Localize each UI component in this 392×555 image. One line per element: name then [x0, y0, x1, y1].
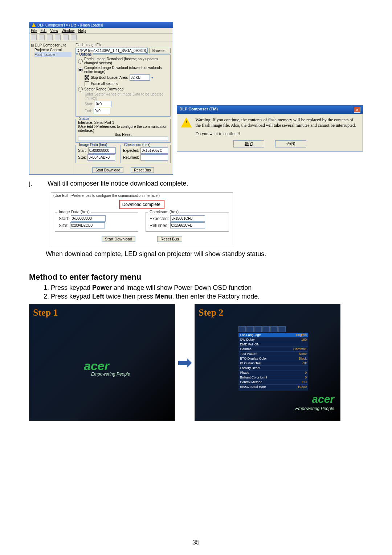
osd-row: Brilliant Color Limit0: [238, 375, 308, 380]
label-skip: Skip Boot Loader Area:: [91, 76, 128, 80]
factory-step-1: Press keypad Power and image will show P…: [51, 284, 363, 292]
complete-image-group: Image Data (hex) Start: Size:: [55, 212, 138, 232]
menu-bar: File Edit View Window Help: [29, 28, 173, 34]
factory-menu-osd: Fac LanguageEnglishCW Delay160DMD Full O…: [238, 326, 308, 390]
print-icon[interactable]: [55, 35, 61, 40]
help-icon[interactable]: [63, 35, 69, 40]
osd-row: Fac LanguageEnglish: [238, 333, 308, 337]
progress-bar: [78, 137, 168, 141]
step-j-after: When download complete, LED signal on pr…: [46, 250, 363, 258]
sector-hint: Enter Sector Range of Image Data to be u…: [85, 92, 168, 100]
complete-img-legend: Image Data (hex): [57, 210, 91, 214]
browse-button[interactable]: Browse...: [149, 48, 171, 53]
step2-brand: acer: [312, 393, 334, 405]
osd-row: Factory Reset: [238, 366, 308, 370]
tree-projector-control[interactable]: Projector Control: [34, 48, 72, 52]
menu-file[interactable]: File: [31, 29, 37, 33]
c-img-start: [71, 215, 106, 222]
osd-row: CW Delay160: [238, 337, 308, 342]
paste-icon[interactable]: [47, 35, 53, 40]
menu-help[interactable]: Help: [78, 29, 86, 33]
chk-exp-input: [140, 147, 168, 154]
radio-sector-range[interactable]: [78, 87, 83, 92]
complete-reset-bus-button[interactable]: Reset Bus: [157, 236, 182, 242]
start-download-button[interactable]: Start Download: [92, 167, 123, 173]
reset-bus-button[interactable]: Reset Bus: [131, 167, 154, 173]
step1-label: Step 1: [33, 307, 58, 318]
label-complete: Complete Image Download (slowest; downlo…: [84, 66, 168, 74]
radio-partial[interactable]: [78, 59, 83, 64]
whats-this-icon[interactable]: [71, 35, 77, 40]
dialog-msg1: Warning: If you continue, the contents o…: [195, 117, 359, 128]
options-group: Options Partial Image Download (fastest;…: [75, 54, 171, 117]
osd-row: GammaGamma1: [238, 347, 308, 352]
arrow-right-icon: ➡: [177, 352, 192, 373]
step1-brand: acer: [84, 359, 109, 373]
img-start-input: [88, 147, 116, 154]
copy-icon[interactable]: [39, 35, 45, 40]
sector-end-input: [94, 108, 110, 114]
checksum-legend: Checksum (hex): [123, 143, 152, 147]
menu-window[interactable]: Window: [62, 29, 75, 33]
warning-dialog: DLP Composer (TM) × Warning: If you cont…: [177, 105, 363, 151]
flash-loader-window: DLP Composer(TM) Lite - [Flash Loader] F…: [29, 22, 173, 175]
file-label: Flash Image File: [75, 43, 171, 47]
dropdown-icon[interactable]: ▾: [151, 76, 153, 80]
chk-erase-all[interactable]: [85, 81, 89, 86]
sector-start-input: [95, 101, 111, 107]
window-title: DLP Composer(TM) Lite - [Flash Loader]: [37, 23, 103, 27]
nav-tree: ⊟ DLP Composer Lite Projector Control Fl…: [29, 41, 73, 174]
yes-button[interactable]: 是(Y): [233, 140, 264, 147]
osd-row: ID Curtain TestOff: [238, 361, 308, 366]
c-img-size-l: Size:: [59, 223, 69, 228]
label-chk-ret: Returned:: [123, 155, 139, 159]
dialog-text: Warning: If you continue, the contents o…: [195, 117, 359, 137]
no-button[interactable]: 否(N): [275, 140, 306, 147]
osd-row: Test PatternNone: [238, 352, 308, 356]
menu-view[interactable]: View: [50, 29, 58, 33]
c-chk-ret-l: Returned:: [150, 223, 169, 228]
radio-complete[interactable]: [78, 68, 83, 72]
close-icon[interactable]: ×: [354, 107, 360, 113]
label-sector: Sector Range Download: [84, 87, 123, 91]
c-img-size: [70, 222, 105, 228]
label-partial: Partial Image Download (fastest; only up…: [84, 57, 168, 65]
tree-root[interactable]: ⊟ DLP Composer Lite: [31, 43, 72, 48]
app-icon: [32, 23, 36, 27]
status-phase: Bus Reset: [78, 133, 168, 137]
osd-tabs: [238, 326, 308, 332]
checksum-group: Checksum (hex) Expected: Returned:: [121, 145, 171, 163]
c-chk-exp-l: Expected:: [150, 216, 169, 221]
step-images-row: Step 1 acer Empowering People ➡ Step 2 F…: [29, 304, 363, 421]
step1-image: Step 1 acer Empowering People: [29, 304, 175, 421]
chk-skip-boot[interactable]: [85, 75, 89, 80]
form-panel: Flash Image File Browse... Options Parti…: [73, 41, 173, 174]
warning-icon: [181, 117, 192, 127]
label-img-start: Start:: [78, 149, 87, 153]
complete-hint: (Use Edit->Preferences to configure the …: [51, 193, 233, 198]
c-chk-ret: [170, 222, 205, 228]
step-j-text: Wait till composer lite notice download …: [48, 180, 188, 187]
status-interface: Interface: Serial Port 1: [78, 121, 168, 125]
window-titlebar: DLP Composer(TM) Lite - [Flash Loader]: [29, 22, 173, 28]
cut-icon[interactable]: [31, 35, 37, 40]
skip-size-select[interactable]: [130, 74, 150, 81]
label-start: Start:: [85, 102, 93, 106]
step2-image: Step 2 Fac LanguageEnglishCW Delay160DMD…: [195, 304, 340, 421]
image-data-group: Image Data (hex) Start: Size:: [75, 145, 118, 163]
dialog-title: DLP Composer (TM): [179, 107, 218, 113]
factory-heading: Method to enter factory menu: [29, 272, 363, 282]
osd-row: BTO Display ColorBlack: [238, 356, 308, 361]
factory-steps: Press keypad Power and image will show P…: [36, 284, 363, 300]
osd-row: DMD Full ON: [238, 342, 308, 347]
complete-start-download-button[interactable]: Start Download: [102, 236, 135, 242]
status-group: Status Interface: Serial Port 1 (Use Edi…: [75, 119, 171, 143]
download-complete-panel: (Use Edit->Preferences to configure the …: [51, 193, 233, 245]
label-chk-exp: Expected:: [123, 149, 139, 153]
tree-flash-loader[interactable]: Flash Loader: [34, 52, 72, 57]
download-complete-label: Download complete.: [119, 200, 165, 209]
dialog-titlebar: DLP Composer (TM) ×: [177, 106, 363, 114]
dialog-msg2: Do you want to continue?: [195, 131, 359, 137]
options-legend: Options: [78, 52, 93, 56]
menu-edit[interactable]: Edit: [40, 29, 46, 33]
